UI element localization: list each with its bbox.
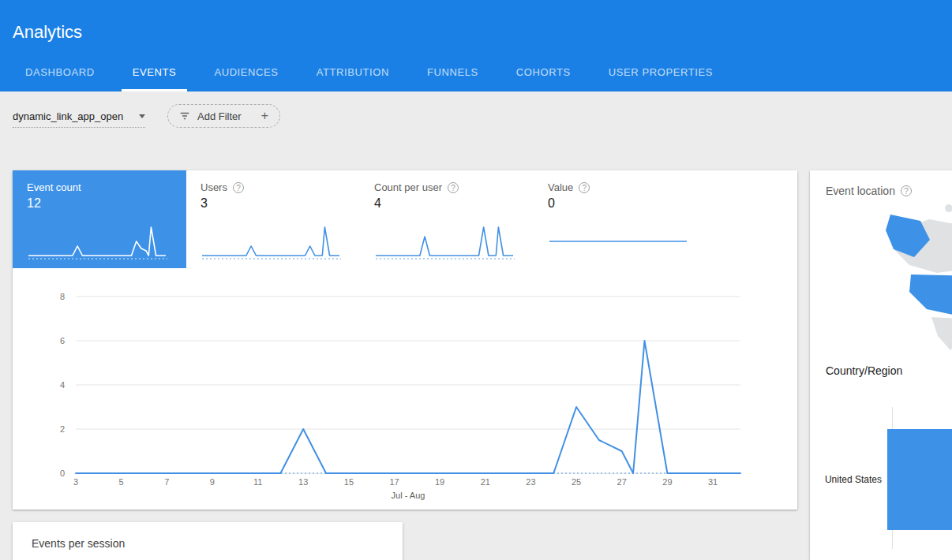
map-united-states xyxy=(909,274,952,317)
svg-text:3: 3 xyxy=(73,477,78,487)
metric-tile-value[interactable]: Value?0 xyxy=(534,170,707,268)
svg-text:8: 8 xyxy=(60,292,65,301)
tab-audiences[interactable]: AUDIENCES xyxy=(195,54,297,91)
geo-rows: United States xyxy=(810,429,952,530)
event-select-dropdown[interactable]: dynamic_link_app_open xyxy=(13,106,145,128)
event-location-card: Event location ? Country/Region United S… xyxy=(810,170,952,560)
svg-text:17: 17 xyxy=(389,477,399,487)
svg-text:4: 4 xyxy=(60,380,65,390)
metric-label: Value xyxy=(548,181,573,193)
event-select-value: dynamic_link_app_open xyxy=(13,110,123,122)
svg-text:31: 31 xyxy=(708,477,718,487)
svg-text:2: 2 xyxy=(60,424,65,434)
svg-text:13: 13 xyxy=(298,477,308,487)
tab-cohorts[interactable]: COHORTS xyxy=(497,54,590,91)
metric-sparkline xyxy=(201,221,344,262)
tab-attribution[interactable]: ATTRIBUTION xyxy=(298,54,408,91)
geo-row-united-states: United States xyxy=(810,429,952,530)
help-icon[interactable]: ? xyxy=(233,182,244,193)
svg-text:6: 6 xyxy=(60,336,65,345)
metric-sparkline xyxy=(27,221,171,262)
svg-text:7: 7 xyxy=(164,477,169,487)
metric-label: Event count xyxy=(27,181,81,193)
add-filter-button[interactable]: Add Filter + xyxy=(167,104,280,128)
help-icon[interactable]: ? xyxy=(448,182,459,193)
tab-bar: DASHBOARDEVENTSAUDIENCESATTRIBUTIONFUNNE… xyxy=(6,54,732,91)
metric-tiles-row: Event count12Users?3Count per user?4Valu… xyxy=(13,170,707,268)
svg-text:11: 11 xyxy=(253,477,262,487)
svg-text:15: 15 xyxy=(344,477,354,487)
events-per-session-card: Events per session xyxy=(13,522,403,560)
svg-text:25: 25 xyxy=(572,477,581,487)
svg-text:19: 19 xyxy=(435,477,444,487)
svg-text:5: 5 xyxy=(119,477,124,487)
help-icon[interactable]: ? xyxy=(579,182,590,193)
metric-value: 0 xyxy=(548,196,693,211)
svg-text:27: 27 xyxy=(617,477,627,487)
help-icon[interactable]: ? xyxy=(901,185,912,196)
app-header: Analytics DASHBOARDEVENTSAUDIENCESATTRIB… xyxy=(0,0,952,91)
metric-tile-users[interactable]: Users?3 xyxy=(186,170,360,268)
events-per-session-title: Events per session xyxy=(32,537,125,550)
tab-events[interactable]: EVENTS xyxy=(114,54,196,91)
add-filter-label: Add Filter xyxy=(197,110,242,122)
geo-row-bar[interactable] xyxy=(887,429,952,530)
geo-row-label: United States xyxy=(810,474,887,485)
svg-text:23: 23 xyxy=(526,477,535,487)
svg-text:Jul - Aug: Jul - Aug xyxy=(392,491,425,500)
svg-text:0: 0 xyxy=(60,469,65,478)
svg-text:21: 21 xyxy=(481,477,490,487)
world-map xyxy=(854,197,952,363)
svg-text:29: 29 xyxy=(662,477,672,487)
metric-value: 4 xyxy=(374,196,519,211)
filter-icon xyxy=(179,110,190,121)
chevron-down-icon xyxy=(139,114,145,118)
metric-label: Count per user xyxy=(374,181,442,193)
metric-value: 3 xyxy=(201,196,346,211)
svg-text:9: 9 xyxy=(210,477,215,487)
plus-icon: + xyxy=(261,109,268,123)
metric-sparkline xyxy=(548,221,692,262)
metric-sparkline xyxy=(374,221,518,262)
metric-label: Users xyxy=(201,181,227,193)
tab-funnels[interactable]: FUNNELS xyxy=(408,54,497,91)
event-metrics-card: Event count12Users?3Count per user?4Valu… xyxy=(13,170,797,510)
metric-tile-count-per-user[interactable]: Count per user?4 xyxy=(360,170,534,268)
event-count-chart: 0246835791113151719212325272931Jul - Aug xyxy=(36,281,778,510)
metric-tile-event-count[interactable]: Event count12 xyxy=(13,170,186,268)
metric-value: 12 xyxy=(27,196,172,211)
event-location-title: Event location xyxy=(826,185,895,197)
tab-user-properties[interactable]: USER PROPERTIES xyxy=(590,54,732,91)
tab-dashboard[interactable]: DASHBOARD xyxy=(6,54,114,91)
country-region-header: Country/Region xyxy=(826,364,902,377)
app-title: Analytics xyxy=(13,22,82,43)
map-mexico xyxy=(931,317,952,350)
